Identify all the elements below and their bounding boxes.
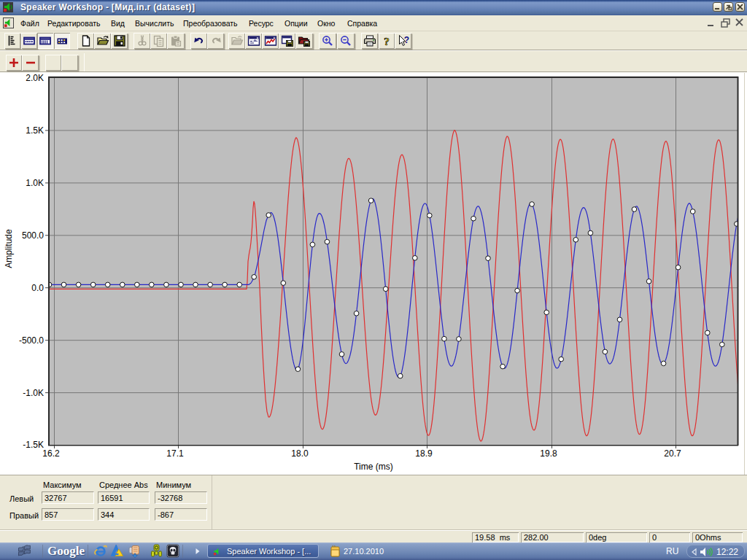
svg-text:18.9: 18.9 <box>415 448 433 459</box>
svg-text:Amplitude: Amplitude <box>4 229 14 268</box>
svg-text:1.5K: 1.5K <box>26 125 44 136</box>
svg-text:17.1: 17.1 <box>166 448 184 459</box>
svg-text:0.0: 0.0 <box>31 283 44 293</box>
svg-text:20.7: 20.7 <box>664 448 681 459</box>
svg-text:500.0: 500.0 <box>22 230 44 241</box>
svg-text:19.8: 19.8 <box>540 448 557 459</box>
svg-text:-500.0: -500.0 <box>19 335 44 346</box>
svg-text:Time (ms): Time (ms) <box>354 462 393 472</box>
svg-text:1.0K: 1.0K <box>26 178 44 188</box>
svg-text:2.0K: 2.0K <box>26 73 44 83</box>
svg-text:?: ? <box>403 35 409 45</box>
svg-text:18.0: 18.0 <box>291 448 309 459</box>
svg-text:-1.5K: -1.5K <box>23 440 44 450</box>
svg-text:16.2: 16.2 <box>42 448 60 459</box>
svg-text:-1.0K: -1.0K <box>23 388 44 398</box>
svg-text:?: ? <box>384 36 390 47</box>
